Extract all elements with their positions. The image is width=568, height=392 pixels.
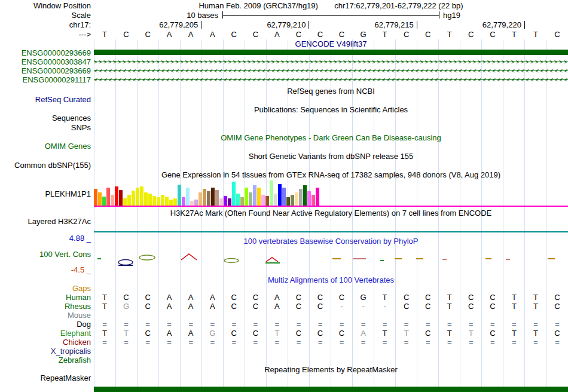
conservation-mark xyxy=(266,258,278,262)
alignment-base: C xyxy=(288,302,309,311)
alignment-base: T xyxy=(94,329,115,338)
alignment-base: T xyxy=(115,329,137,338)
alignment-base: A xyxy=(158,293,180,302)
species-label[interactable]: Gaps xyxy=(0,284,91,293)
alignment-base: C xyxy=(137,302,158,311)
conservation-mark xyxy=(181,254,197,260)
alignment-base: C xyxy=(245,329,266,338)
alignment-base: - xyxy=(331,302,353,311)
alignment-base: T xyxy=(503,293,525,302)
alignment-base: = xyxy=(201,320,223,329)
alignment-base: = xyxy=(417,338,439,347)
species-label[interactable]: Mouse xyxy=(0,311,91,320)
species-label[interactable]: Rhesus xyxy=(0,302,91,311)
alignment-base: = xyxy=(94,338,115,347)
alignment-base: = xyxy=(374,320,396,329)
alignment-base: A xyxy=(180,302,201,311)
species-label[interactable]: Dog xyxy=(0,320,91,329)
alignment-base: = xyxy=(396,320,417,329)
alignment-base: T xyxy=(94,302,115,311)
alignment-base: = xyxy=(374,338,396,347)
alignment-base: A xyxy=(201,293,223,302)
species-label[interactable]: X_tropicalis xyxy=(0,347,91,356)
alignment-base: C xyxy=(460,302,482,311)
alignment-base: C xyxy=(309,293,331,302)
alignment-base: C xyxy=(309,329,331,338)
alignment-base: = xyxy=(180,338,201,347)
alignment-base: C xyxy=(245,293,266,302)
alignment-base: A xyxy=(353,329,374,338)
alignment-base: = xyxy=(158,320,180,329)
alignment-base: = xyxy=(201,338,223,347)
alignment-base: = xyxy=(503,320,525,329)
species-label[interactable]: Human xyxy=(0,293,91,302)
track-label-repeatmasker[interactable]: RepeatMasker xyxy=(0,373,91,382)
alignment-base: C xyxy=(331,329,353,338)
alignment-base: T xyxy=(503,302,525,311)
alignment-base: = xyxy=(245,320,266,329)
alignment-base: T xyxy=(94,293,115,302)
alignment-base: C xyxy=(245,302,266,311)
alignment-base: G xyxy=(201,329,223,338)
alignment-base: T xyxy=(460,329,482,338)
alignment-base: C xyxy=(223,293,245,302)
alignment-base: = xyxy=(245,338,266,347)
alignment-base: C xyxy=(482,329,503,338)
alignment-base: - xyxy=(374,302,396,311)
alignment-base: = xyxy=(482,338,503,347)
alignment-base: = xyxy=(525,320,546,329)
species-label[interactable]: Zebrafish xyxy=(0,356,91,365)
alignment-base: = xyxy=(503,338,525,347)
bottom-gene-bar[interactable] xyxy=(94,387,568,392)
multiz-track-title[interactable]: Multiz Alignments of 100 Vertebrates xyxy=(94,275,568,284)
alignment-base: C xyxy=(331,293,353,302)
alignment-base: = xyxy=(546,320,568,329)
alignment-base: G xyxy=(115,302,137,311)
alignment-base: = xyxy=(482,320,503,329)
alignment-base: = xyxy=(288,338,309,347)
species-label[interactable]: Elephant xyxy=(0,329,91,338)
alignment-base: C xyxy=(396,302,417,311)
alignment-base: C xyxy=(460,293,482,302)
alignment-base: C xyxy=(309,302,331,311)
alignment-base: = xyxy=(439,338,460,347)
alignment-base: A xyxy=(266,302,288,311)
alignment-base: T xyxy=(525,302,546,311)
alignment-base: = xyxy=(396,338,417,347)
alignment-base: = xyxy=(115,338,137,347)
alignment-base: A xyxy=(158,329,180,338)
alignment-base: = xyxy=(309,320,331,329)
alignment-base: A xyxy=(180,329,201,338)
alignment-base: = xyxy=(158,338,180,347)
alignment-base: = xyxy=(353,338,374,347)
alignment-base: C xyxy=(288,329,309,338)
conservation-mark xyxy=(224,259,239,263)
alignment-base: = xyxy=(331,338,353,347)
alignment-base: C xyxy=(396,293,417,302)
conservation-mark xyxy=(118,260,133,265)
repeatmasker-track-title[interactable]: Repeating Elements by RepeatMasker xyxy=(94,365,568,374)
alignment-base: = xyxy=(115,320,137,329)
alignment-base: T xyxy=(266,329,288,338)
species-label[interactable]: Chicken xyxy=(0,338,91,347)
alignment-base: T xyxy=(525,329,546,338)
multiz-alignment-track[interactable]: GapsHumanTCCAAACCACCCGTCCTCCTTCRhesusTGC… xyxy=(0,284,568,365)
alignment-base: = xyxy=(137,320,158,329)
alignment-base: = xyxy=(180,320,201,329)
alignment-base: C xyxy=(115,293,137,302)
ucsc-genome-browser-view: Window Position Human Feb. 2009 (GRCh37/… xyxy=(0,0,568,392)
alignment-base: C xyxy=(546,302,568,311)
alignment-base: A xyxy=(180,293,201,302)
alignment-base: G xyxy=(353,293,374,302)
alignment-base: C xyxy=(482,302,503,311)
alignment-base: = xyxy=(439,320,460,329)
alignment-base: C xyxy=(546,329,568,338)
alignment-base: C xyxy=(223,302,245,311)
alignment-base: C xyxy=(482,293,503,302)
alignment-base: = xyxy=(460,320,482,329)
alignment-base: T xyxy=(439,293,460,302)
alignment-base: = xyxy=(223,320,245,329)
alignment-base: C xyxy=(417,302,439,311)
alignment-base: = xyxy=(223,338,245,347)
alignment-base: A xyxy=(201,302,223,311)
